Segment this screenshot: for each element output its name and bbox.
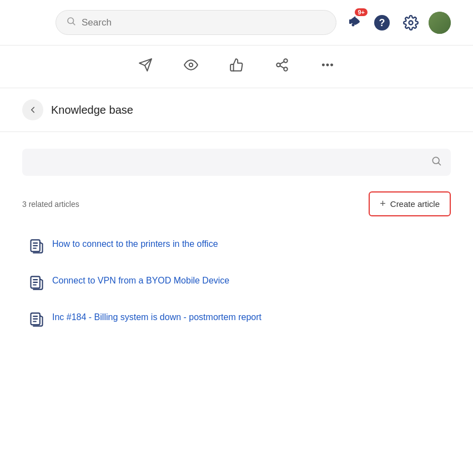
kb-search-icon: [431, 155, 442, 169]
article-title: Connect to VPN from a BYOD Mobile Device: [52, 274, 229, 287]
eye-button[interactable]: [179, 55, 203, 78]
svg-rect-3: [349, 19, 351, 24]
svg-point-8: [189, 63, 193, 67]
avatar[interactable]: [429, 12, 451, 34]
create-article-button[interactable]: + Create article: [369, 191, 451, 216]
articles-header: 3 related articles + Create article: [22, 191, 451, 216]
document-icon: [29, 239, 44, 254]
svg-point-4: [352, 24, 355, 27]
svg-line-12: [280, 66, 284, 68]
notification-badge: 9+: [355, 8, 368, 16]
top-header: 9+ ?: [0, 0, 473, 45]
megaphone-button[interactable]: [134, 55, 157, 78]
search-icon: [66, 16, 76, 29]
help-button[interactable]: ?: [371, 12, 393, 34]
back-button[interactable]: [22, 99, 43, 120]
kb-search-wrap[interactable]: [22, 149, 451, 176]
svg-point-16: [331, 64, 333, 66]
svg-point-17: [432, 157, 439, 164]
svg-point-14: [323, 64, 324, 66]
svg-point-15: [327, 64, 329, 66]
svg-line-1: [73, 23, 74, 24]
kb-title: Knowledge base: [51, 104, 133, 117]
svg-line-18: [439, 163, 441, 165]
svg-line-13: [280, 62, 284, 64]
list-item[interactable]: How to connect to the printers in the of…: [22, 227, 451, 264]
related-count-label: 3 related articles: [22, 200, 79, 209]
document-icon: [29, 275, 44, 291]
notification-button[interactable]: 9+: [345, 13, 363, 32]
svg-point-7: [409, 21, 413, 24]
list-item[interactable]: Inc #184 - Billing system is down - post…: [22, 301, 451, 337]
search-input[interactable]: [82, 17, 326, 28]
share-button[interactable]: [270, 55, 294, 78]
header-icons: 9+ ?: [345, 12, 451, 34]
toolbar: [0, 45, 473, 88]
article-title: How to connect to the printers in the of…: [52, 237, 218, 251]
list-item[interactable]: Connect to VPN from a BYOD Mobile Device: [22, 264, 451, 301]
kb-search-input[interactable]: [31, 158, 431, 168]
settings-button[interactable]: [401, 13, 421, 33]
svg-text:?: ?: [379, 17, 385, 28]
create-article-label: Create article: [390, 199, 440, 209]
thumbsup-button[interactable]: [225, 55, 248, 78]
more-button[interactable]: [316, 55, 339, 78]
document-icon: [29, 312, 44, 327]
plus-icon: +: [380, 198, 386, 210]
main-content: 3 related articles + Create article How …: [0, 132, 473, 354]
article-title: Inc #184 - Billing system is down - post…: [52, 311, 261, 324]
article-list: How to connect to the printers in the of…: [22, 227, 451, 337]
kb-header: Knowledge base: [0, 88, 473, 132]
search-bar[interactable]: [56, 10, 336, 35]
